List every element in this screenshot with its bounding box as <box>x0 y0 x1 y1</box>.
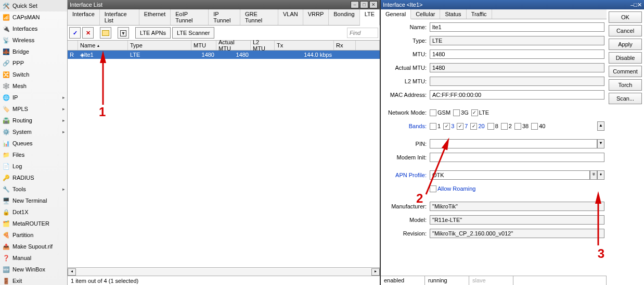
maximize-button[interactable]: □ <box>634 2 637 8</box>
find-input[interactable] <box>347 28 378 38</box>
band-1-checkbox[interactable] <box>430 123 436 130</box>
tab-traffic[interactable]: Traffic <box>467 9 492 19</box>
name-input[interactable] <box>430 22 604 32</box>
disable-button[interactable]: Disable <box>609 52 642 64</box>
sidebar-item-new-winbox[interactable]: 🆕New WinBox <box>0 264 67 275</box>
comment-button[interactable]: Comment <box>609 66 642 77</box>
sidebar-item-mpls[interactable]: 🏷️MPLS▸ <box>0 103 67 115</box>
mac-input[interactable] <box>430 90 604 100</box>
sidebar-item-queues[interactable]: 📊Queues <box>0 138 67 149</box>
enable-button[interactable] <box>69 27 81 39</box>
lte-scanner-button[interactable]: LTE Scanner <box>172 27 214 39</box>
tab-bonding[interactable]: Bonding <box>329 9 359 25</box>
gsm-checkbox[interactable] <box>430 109 436 116</box>
sidebar-item-manual[interactable]: ❓Manual <box>0 252 67 264</box>
table-cell <box>356 51 380 59</box>
sidebar-item-system[interactable]: ⚙️System▸ <box>0 126 67 138</box>
tab-interface[interactable]: Interface <box>68 9 100 25</box>
band-38-checkbox[interactable] <box>514 123 521 130</box>
sidebar-item-quick-set[interactable]: 🛠️Quick Set <box>0 0 67 11</box>
column-header[interactable]: Actual MTU <box>216 41 251 50</box>
band-3-checkbox[interactable]: ✓ <box>443 123 450 130</box>
sidebar-item-exit[interactable]: 🚪Exit <box>0 275 67 285</box>
tab-general[interactable]: General <box>381 9 411 19</box>
sidebar-item-switch[interactable]: 🔀Switch <box>0 69 67 80</box>
label-revision: Revision: <box>383 230 430 237</box>
mtu-input[interactable] <box>430 49 604 59</box>
tab-lte[interactable]: LTE <box>360 9 380 26</box>
apply-button[interactable]: Apply <box>609 39 642 50</box>
horizontal-scrollbar[interactable]: ◂▸ <box>68 267 380 276</box>
tab-ip-tunnel[interactable]: IP Tunnel <box>209 9 240 25</box>
lte-apns-button[interactable]: LTE APNs <box>135 27 171 39</box>
band-20-checkbox[interactable]: ✓ <box>470 123 477 130</box>
comment-button[interactable] <box>100 27 111 39</box>
sidebar-item-ppp[interactable]: 🔗PPP <box>0 57 67 69</box>
scan--button[interactable]: Scan... <box>609 93 642 104</box>
sidebar-item-partition[interactable]: 🍕Partition <box>0 229 67 241</box>
close-button[interactable]: ✕ <box>369 1 378 8</box>
apn-profile-select[interactable] <box>430 170 590 180</box>
lte-checkbox[interactable]: ✓ <box>471 109 478 116</box>
disable-button[interactable] <box>82 27 94 39</box>
label-apn-profile[interactable]: APN Profile: <box>383 172 430 178</box>
sidebar-item-routing[interactable]: 🛣️Routing▸ <box>0 115 67 126</box>
tab-ethernet[interactable]: Ethernet <box>139 9 171 25</box>
tab-cellular[interactable]: Cellular <box>411 9 440 19</box>
sidebar-item-mesh[interactable]: 🕸️Mesh <box>0 80 67 92</box>
column-header[interactable]: MTU <box>191 41 216 50</box>
maximize-button[interactable]: □ <box>360 1 368 8</box>
column-header[interactable] <box>356 41 380 50</box>
close-button[interactable]: ✕ <box>637 2 642 8</box>
column-header[interactable]: Rx <box>334 41 356 50</box>
sidebar-item-dot1x[interactable]: 🔒Dot1X <box>0 206 67 218</box>
3g-checkbox[interactable] <box>453 109 460 116</box>
sidebar-item-log[interactable]: 📄Log <box>0 160 67 172</box>
sidebar-item-metarouter[interactable]: 🗂️MetaROUTER <box>0 218 67 229</box>
band-7-checkbox[interactable]: ✓ <box>457 123 463 130</box>
sidebar-item-capsman[interactable]: 📶CAPsMAN <box>0 11 67 23</box>
filter-button[interactable] <box>118 27 129 39</box>
band-8-checkbox[interactable] <box>487 123 494 130</box>
column-header[interactable]: Type <box>128 41 191 50</box>
sidebar-item-label: Exit <box>12 278 22 284</box>
tab-vrrp[interactable]: VRRP <box>303 9 329 25</box>
sidebar-item-ip[interactable]: 🌐IP▸ <box>0 92 67 103</box>
tab-vlan[interactable]: VLAN <box>278 9 303 25</box>
label-bands[interactable]: Bands: <box>383 123 430 129</box>
table-row[interactable]: R◈lte1LTE14801480144.0 kbps <box>68 51 380 59</box>
modem-init-input[interactable] <box>430 153 604 162</box>
status-enabled: enabled <box>381 276 425 285</box>
column-header[interactable]: Tx <box>275 41 334 50</box>
pin-dropdown-icon[interactable]: ▼ <box>597 139 604 148</box>
ok-button[interactable]: OK <box>609 11 642 23</box>
column-header[interactable]: L2 MTU <box>251 41 275 50</box>
sidebar-item-interfaces[interactable]: 🔌Interfaces <box>0 23 67 34</box>
pin-input[interactable] <box>430 139 597 148</box>
band-2-checkbox[interactable] <box>501 123 508 130</box>
apn-dropdown-icon[interactable]: ∓ <box>590 170 597 180</box>
bands-collapse-icon[interactable]: ▲ <box>597 121 604 131</box>
sidebar-item-make-supout-rif[interactable]: 📤Make Supout.rif <box>0 241 67 252</box>
sidebar-item-files[interactable]: 📁Files <box>0 149 67 160</box>
tab-status[interactable]: Status <box>440 9 466 19</box>
band-40-checkbox[interactable] <box>531 123 538 130</box>
sidebar-item-radius[interactable]: 🔑RADIUS <box>0 172 67 183</box>
sidebar-item-tools[interactable]: 🔧Tools▸ <box>0 183 67 195</box>
cancel-button[interactable]: Cancel <box>609 25 642 36</box>
label-model: Model: <box>383 217 430 223</box>
column-header[interactable] <box>68 41 78 50</box>
column-header[interactable]: Name▴ <box>78 41 128 50</box>
tab-eoip-tunnel[interactable]: EoIP Tunnel <box>171 9 209 25</box>
sidebar-item-wireless[interactable]: 📡Wireless <box>0 34 67 46</box>
sidebar-item-label: Wireless <box>12 37 34 43</box>
label-network-mode: Network Mode: <box>383 109 430 116</box>
apn-updown-icon[interactable]: ♦ <box>597 170 604 180</box>
torch-button[interactable]: Torch <box>609 79 642 91</box>
sidebar-item-label: Queues <box>12 140 33 146</box>
sidebar-item-bridge[interactable]: 🌉Bridge <box>0 46 67 57</box>
tab-gre-tunnel[interactable]: GRE Tunnel <box>240 9 278 25</box>
tab-interface-list[interactable]: Interface List <box>100 9 139 25</box>
minimize-button[interactable]: – <box>351 1 359 8</box>
sidebar-item-new-terminal[interactable]: 🖥️New Terminal <box>0 195 67 206</box>
